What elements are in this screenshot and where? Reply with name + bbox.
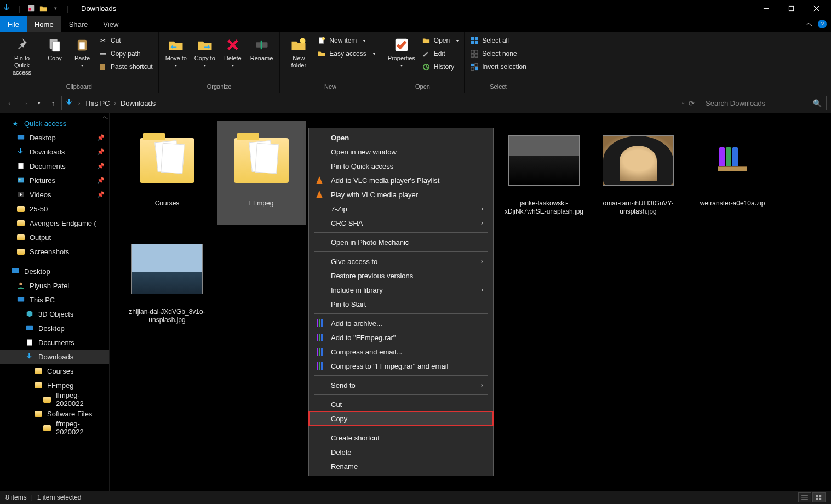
- context-menu-item[interactable]: Compress to "FFmpeg.rar" and email: [309, 359, 493, 373]
- back-button[interactable]: ←: [4, 97, 16, 109]
- cut-button[interactable]: ✂Cut: [96, 34, 155, 47]
- sidebar-item[interactable]: 25-50: [0, 202, 109, 216]
- file-item-folder-selected[interactable]: FFmpeg: [217, 121, 306, 225]
- close-button[interactable]: [804, 0, 829, 16]
- file-item-archive[interactable]: wetransfer-a0e10a.zip: [688, 121, 777, 225]
- tab-view[interactable]: View: [95, 16, 126, 32]
- new-item-button[interactable]: New item▾: [315, 34, 377, 47]
- search-box[interactable]: Search Downloads 🔍: [701, 96, 827, 110]
- sidebar-item[interactable]: Documents: [0, 335, 109, 350]
- sidebar-desktop[interactable]: Desktop: [0, 264, 109, 278]
- downloads-icon[interactable]: [2, 3, 12, 13]
- context-menu-item[interactable]: Include in library›: [309, 283, 493, 297]
- delete-button[interactable]: Delete▾: [220, 34, 246, 68]
- sidebar-item[interactable]: Downloads: [0, 350, 109, 364]
- up-button[interactable]: ↑: [47, 97, 59, 109]
- icons-view-toggle[interactable]: [812, 492, 826, 502]
- context-menu-item[interactable]: Open in new window: [309, 145, 493, 159]
- tab-home[interactable]: Home: [27, 16, 61, 32]
- context-menu-item[interactable]: Open: [309, 130, 493, 145]
- sidebar-quick-access[interactable]: ★ Quick access: [0, 116, 109, 130]
- help-icon[interactable]: ?: [818, 20, 827, 28]
- sidebar-item[interactable]: Downloads📌: [0, 145, 109, 159]
- recent-dropdown[interactable]: ▾: [33, 97, 45, 109]
- context-menu-item[interactable]: Open in Photo Mechanic: [309, 235, 493, 249]
- sidebar-item[interactable]: Desktop: [0, 321, 109, 335]
- sidebar-item[interactable]: ffmpeg-2020022: [0, 392, 109, 406]
- context-menu-item[interactable]: Send to›: [309, 378, 493, 392]
- context-menu-item[interactable]: Give access to›: [309, 254, 493, 268]
- new-folder-button[interactable]: New folder: [283, 34, 314, 69]
- select-none-button[interactable]: Select none: [468, 47, 529, 60]
- sidebar-item[interactable]: Screenshots: [0, 244, 109, 259]
- forward-button[interactable]: →: [19, 97, 31, 109]
- context-menu-item[interactable]: Delete: [309, 445, 493, 459]
- minimize-button[interactable]: [753, 0, 778, 16]
- properties-icon[interactable]: [26, 3, 36, 13]
- file-item-folder[interactable]: Courses: [123, 121, 211, 225]
- chevron-right-icon[interactable]: ›: [78, 100, 80, 106]
- easy-access-button[interactable]: Easy access▾: [315, 47, 377, 60]
- qa-dropdown-icon[interactable]: ▾: [50, 3, 60, 13]
- ribbon-collapse-icon[interactable]: ヘ: [806, 20, 812, 28]
- sidebar-item[interactable]: Software Files: [0, 406, 109, 421]
- context-menu-item[interactable]: CRC SHA›: [309, 216, 493, 230]
- breadcrumb-part[interactable]: Downloads: [121, 99, 156, 107]
- context-menu-item[interactable]: Pin to Quick access: [309, 159, 493, 173]
- sidebar-item[interactable]: Courses: [0, 364, 109, 378]
- sidebar-this-pc[interactable]: This PC: [0, 293, 109, 307]
- context-menu-item[interactable]: Rename: [309, 459, 493, 473]
- file-item-image[interactable]: janke-laskowski-xDjiNk7whSE-unsplash.jpg: [500, 121, 588, 225]
- file-item-image[interactable]: zhijian-dai-JXdVGb_8v1o-unsplash.jpg: [123, 229, 211, 333]
- breadcrumb-part[interactable]: This PC: [84, 99, 110, 107]
- sidebar-item[interactable]: 3D Objects: [0, 307, 109, 321]
- chevron-right-icon[interactable]: ›: [114, 100, 116, 106]
- context-menu-item[interactable]: Add to "FFmpeg.rar": [309, 330, 493, 345]
- copy-button[interactable]: Copy: [42, 34, 68, 62]
- context-menu-item[interactable]: Restore previous versions: [309, 268, 493, 283]
- navbar: ← → ▾ ↑ › This PC › Downloads ⌄ ⟳ Search…: [0, 93, 831, 113]
- sidebar-item[interactable]: Avengers Endgame (: [0, 216, 109, 230]
- sidebar-user[interactable]: Piyush Patel: [0, 278, 109, 293]
- sidebar-item[interactable]: ffmpeg-2020022: [0, 421, 109, 435]
- copy-to-button[interactable]: Copy to▾: [191, 34, 219, 68]
- file-item-image[interactable]: omar-ram-ihULI3tGnVY-unsplash.jpg: [594, 121, 683, 225]
- rename-button[interactable]: Rename: [247, 34, 277, 62]
- details-view-toggle[interactable]: [798, 492, 811, 502]
- folder-icon[interactable]: [38, 3, 48, 13]
- context-menu-item[interactable]: Cut: [309, 397, 493, 411]
- context-menu-item[interactable]: 7-Zip›: [309, 202, 493, 216]
- history-button[interactable]: History: [420, 60, 461, 73]
- context-menu-item[interactable]: Add to VLC media player's Playlist: [309, 173, 493, 187]
- sidebar-item[interactable]: Desktop📌: [0, 130, 109, 145]
- pin-to-quick-access-button[interactable]: Pin to Quick access: [3, 34, 41, 77]
- sidebar-item[interactable]: Videos📌: [0, 187, 109, 202]
- paste-shortcut-button[interactable]: Paste shortcut: [96, 60, 155, 73]
- properties-button[interactable]: Properties▾: [385, 34, 419, 68]
- select-all-button[interactable]: Select all: [468, 34, 529, 47]
- context-menu-item[interactable]: Add to archive...: [309, 316, 493, 330]
- context-menu-item[interactable]: Copy: [309, 411, 493, 426]
- paste-button[interactable]: Paste ▾: [69, 34, 95, 68]
- tab-file[interactable]: File: [0, 16, 27, 32]
- scroll-up-icon[interactable]: ヘ: [102, 114, 108, 122]
- sidebar-item[interactable]: Documents📌: [0, 159, 109, 173]
- copy-path-button[interactable]: Copy path: [96, 47, 155, 60]
- context-menu-item[interactable]: Create shortcut: [309, 431, 493, 445]
- open-button[interactable]: Open▾: [420, 34, 461, 47]
- sidebar-item[interactable]: FFmpeg: [0, 378, 109, 392]
- sidebar-scrollbar[interactable]: ヘ: [100, 113, 109, 491]
- maximize-button[interactable]: [778, 0, 804, 16]
- context-menu-item[interactable]: Play with VLC media player: [309, 187, 493, 202]
- sidebar-item[interactable]: Output: [0, 230, 109, 244]
- invert-selection-button[interactable]: Invert selection: [468, 60, 529, 73]
- refresh-icon[interactable]: ⟳: [689, 99, 695, 107]
- tab-share[interactable]: Share: [61, 16, 96, 32]
- address-bar[interactable]: › This PC › Downloads ⌄ ⟳: [61, 96, 698, 110]
- context-menu-item[interactable]: Pin to Start: [309, 297, 493, 311]
- move-to-button[interactable]: Move to▾: [162, 34, 190, 68]
- sidebar-item[interactable]: Pictures📌: [0, 173, 109, 187]
- edit-button[interactable]: Edit: [420, 47, 461, 60]
- context-menu-item[interactable]: Compress and email...: [309, 345, 493, 359]
- address-dropdown-icon[interactable]: ⌄: [681, 99, 685, 107]
